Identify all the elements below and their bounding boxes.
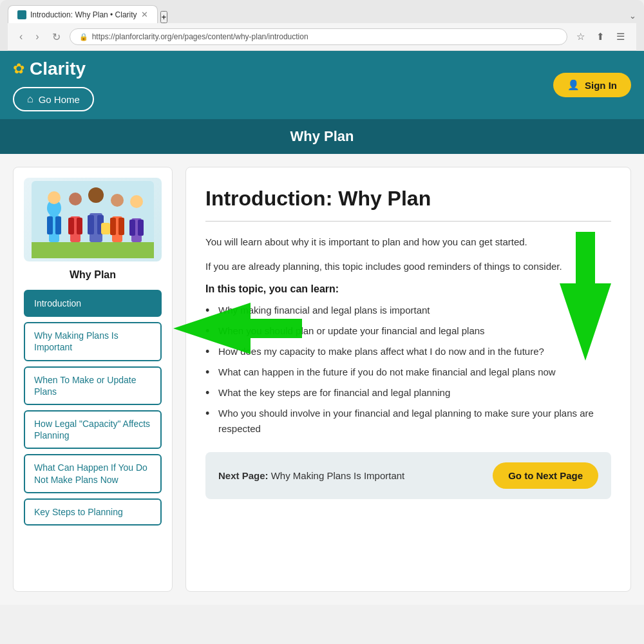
content-area: Why Plan Introduction Why Making Plans I… [0,154,644,605]
go-home-button[interactable]: ⌂ Go Home [13,87,94,111]
next-page-text: Next Page: Why Making Plans Is Important [218,470,404,481]
svg-rect-22 [129,220,135,236]
next-page-bar: Next Page: Why Making Plans Is Important… [205,452,611,499]
svg-rect-9 [68,218,74,234]
bullet-4: What can happen in the future if you do … [205,365,611,380]
svg-point-16 [111,194,124,207]
header: ✿ Clarity ⌂ Go Home 👤 Sign In [0,51,644,119]
tab-expand-icon[interactable]: ⌄ [629,11,636,23]
header-left: ✿ Clarity ⌂ Go Home [13,59,94,111]
sidebar: Why Plan Introduction Why Making Plans I… [13,167,173,592]
back-button[interactable]: ‹ [15,30,26,44]
forward-button[interactable]: › [32,30,43,44]
toolbar-actions: ☆ ⬆ ☰ [573,29,629,44]
sign-in-label: Sign In [585,80,617,91]
address-bar[interactable]: 🔒 https://planforclarity.org/en/pages/co… [70,28,567,45]
sidebar-illustration [24,178,162,261]
bookmark-icon[interactable]: ☆ [573,29,589,44]
new-tab-button[interactable]: + [160,11,168,23]
active-tab[interactable]: Introduction: Why Plan • Clarity ✕ [8,5,158,23]
svg-rect-18 [110,218,116,235]
bullet-5: What the key steps are for financial and… [205,385,611,401]
intro-paragraph-2: If you are already planning, this topic … [205,259,611,274]
tab-favicon [17,10,26,19]
bullet-1: Why making financial and legal plans is … [205,303,611,318]
logo: ✿ Clarity [13,59,94,79]
menu-icon[interactable]: ☰ [612,29,629,44]
home-icon: ⌂ [27,93,33,105]
svg-rect-10 [77,218,82,234]
sidebar-item-introduction[interactable]: Introduction [24,290,162,317]
browser-toolbar: ‹ › ↻ 🔒 https://planforclarity.org/en/pa… [8,23,636,51]
refresh-button[interactable]: ↻ [48,30,64,44]
svg-rect-23 [138,220,144,236]
learn-bullets-list: Why making financial and legal plans is … [205,303,611,437]
svg-rect-13 [88,215,94,234]
svg-point-7 [69,193,82,205]
main-title: Introduction: Why Plan [205,187,611,211]
sidebar-item-how-legal[interactable]: How Legal "Capacity" Affects Planning [24,410,162,449]
learn-heading: In this topic, you can learn: [205,283,611,295]
svg-point-11 [88,187,104,203]
logo-icon: ✿ [13,61,24,77]
bullet-6: Who you should involve in your financial… [205,406,611,437]
share-icon[interactable]: ⬆ [592,29,609,44]
svg-rect-15 [101,223,110,234]
sidebar-item-key-steps[interactable]: Key Steps to Planning [24,498,162,526]
bullet-3: How does my capacity to make plans affec… [205,344,611,359]
go-to-next-page-button[interactable]: Go to Next Page [493,462,598,489]
svg-rect-1 [32,242,154,258]
page-title-bar: Why Plan [0,119,644,154]
app: ✿ Clarity ⌂ Go Home 👤 Sign In Why Plan [0,51,644,605]
svg-rect-19 [118,218,124,235]
next-page-label-strong: Next Page: [218,470,269,481]
sidebar-nav: Introduction Why Making Plans Is Importa… [24,290,162,526]
browser-tabs: Introduction: Why Plan • Clarity ✕ + ⌄ [8,5,636,23]
sidebar-item-why-making[interactable]: Why Making Plans Is Important [24,322,162,361]
sidebar-item-when-to-make[interactable]: When To Make or Update Plans [24,366,162,405]
lock-icon: 🔒 [79,33,88,41]
go-home-label: Go Home [39,94,80,105]
sidebar-item-what-can-happen[interactable]: What Can Happen If You Do Not Make Plans… [24,454,162,493]
svg-point-3 [48,191,61,204]
title-divider [205,221,611,222]
url-text: https://planforclarity.org/en/pages/cont… [92,32,308,41]
svg-point-20 [130,195,143,208]
next-page-title: Why Making Plans Is Important [271,470,405,481]
logo-text: Clarity [30,59,86,79]
user-icon: 👤 [567,79,580,91]
main-content: Introduction: Why Plan You will learn ab… [185,167,631,592]
tab-close-icon[interactable]: ✕ [141,10,148,19]
intro-paragraph-1: You will learn about why it is important… [205,234,611,250]
svg-rect-5 [47,216,53,234]
browser-chrome: Introduction: Why Plan • Clarity ✕ + ⌄ ‹… [0,0,644,51]
sidebar-section-title: Why Plan [24,269,162,281]
sign-in-button[interactable]: 👤 Sign In [553,73,631,97]
page-title: Why Plan [13,128,631,145]
tab-title: Introduction: Why Plan • Clarity [30,10,137,19]
bullet-2: When you should plan or update your fina… [205,323,611,339]
svg-rect-6 [55,216,61,234]
